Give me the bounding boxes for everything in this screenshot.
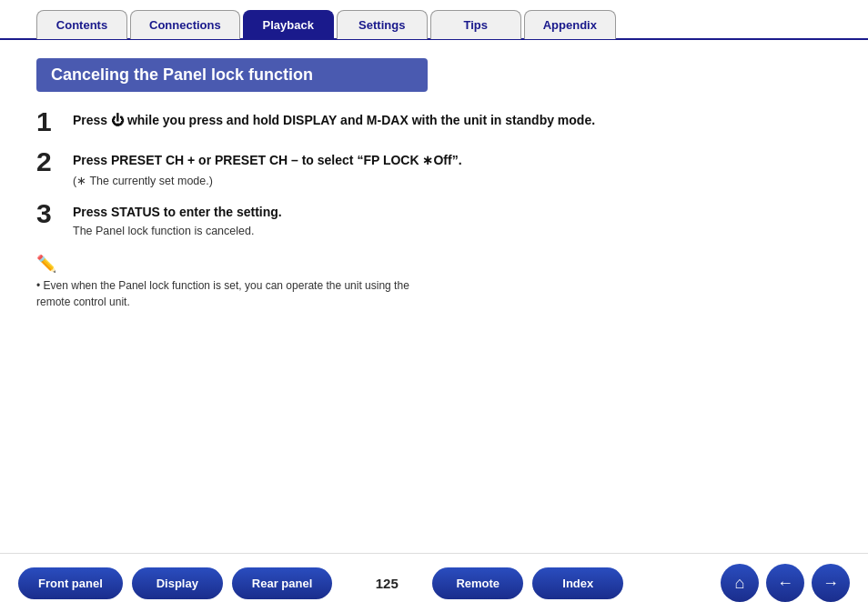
top-navigation: Contents Connections Playback Settings T… bbox=[0, 0, 868, 40]
step-2-content: Press PRESET CH + or PRESET CH – to sele… bbox=[73, 152, 832, 187]
home-button[interactable]: ⌂ bbox=[721, 564, 759, 602]
index-button[interactable]: Index bbox=[532, 567, 623, 599]
tab-playback[interactable]: Playback bbox=[243, 10, 334, 39]
step-3-number: 3 bbox=[36, 200, 73, 227]
bottom-center: 125 bbox=[350, 576, 423, 591]
step-3-sub: The Panel lock function is canceled. bbox=[73, 225, 832, 237]
tab-contents[interactable]: Contents bbox=[36, 10, 127, 39]
step-1-number: 1 bbox=[36, 108, 73, 135]
tab-appendix[interactable]: Appendix bbox=[524, 10, 616, 39]
step-2-number: 2 bbox=[36, 148, 73, 176]
main-content: Canceling the Panel lock function 1 Pres… bbox=[0, 40, 868, 328]
step-2: 2 Press PRESET CH + or PRESET CH – to se… bbox=[36, 152, 832, 187]
rear-panel-button[interactable]: Rear panel bbox=[232, 567, 332, 599]
tab-tips[interactable]: Tips bbox=[430, 10, 521, 39]
note-text: • Even when the Panel lock function is s… bbox=[36, 277, 428, 310]
bottom-left-buttons: Front panel Display Rear panel bbox=[18, 567, 341, 599]
tab-connections[interactable]: Connections bbox=[130, 10, 240, 39]
page-number: 125 bbox=[368, 576, 405, 591]
forward-button[interactable]: → bbox=[812, 564, 850, 602]
remote-button[interactable]: Remote bbox=[432, 567, 523, 599]
back-button[interactable]: ← bbox=[766, 564, 804, 602]
step-2-main: Press PRESET CH + or PRESET CH – to sele… bbox=[73, 152, 832, 170]
front-panel-button[interactable]: Front panel bbox=[18, 567, 123, 599]
step-3-content: Press STATUS to enter the setting. The P… bbox=[73, 204, 832, 238]
back-icon: ← bbox=[777, 574, 793, 593]
bottom-navigation: Front panel Display Rear panel 125 Remot… bbox=[0, 553, 868, 612]
step-1-main: Press ⏻ while you press and hold DISPLAY… bbox=[73, 112, 832, 130]
home-icon: ⌂ bbox=[735, 574, 745, 593]
forward-icon: → bbox=[823, 574, 839, 593]
step-1-content: Press ⏻ while you press and hold DISPLAY… bbox=[73, 112, 832, 130]
step-1: 1 Press ⏻ while you press and hold DISPL… bbox=[36, 112, 832, 135]
tab-settings[interactable]: Settings bbox=[337, 10, 428, 39]
note-section: ✏️ • Even when the Panel lock function i… bbox=[36, 254, 832, 310]
step-3: 3 Press STATUS to enter the setting. The… bbox=[36, 204, 832, 238]
pencil-icon: ✏️ bbox=[36, 254, 832, 274]
display-button[interactable]: Display bbox=[132, 567, 223, 599]
page-title: Canceling the Panel lock function bbox=[36, 58, 428, 92]
bottom-right-buttons: ⌂ ← → bbox=[713, 564, 850, 602]
step-3-main: Press STATUS to enter the setting. bbox=[73, 204, 832, 222]
step-2-sub: (∗ The currently set mode.) bbox=[73, 174, 832, 187]
